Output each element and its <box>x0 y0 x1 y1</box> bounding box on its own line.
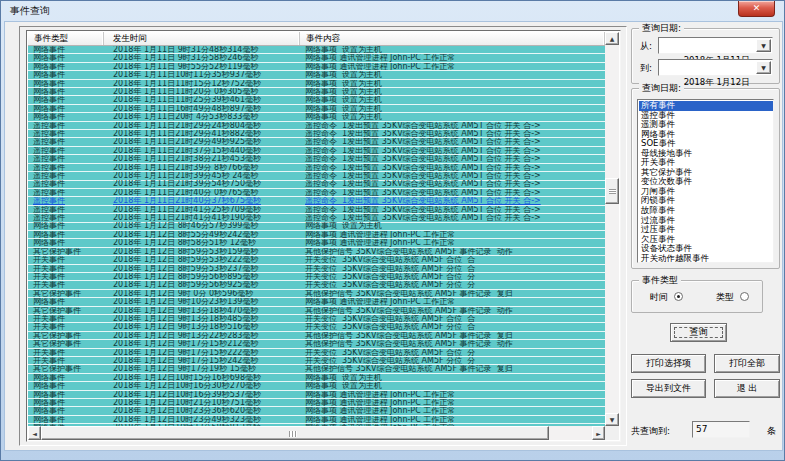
to-date-dropdown-icon[interactable]: ▼ <box>756 61 771 74</box>
filter-list-item[interactable]: 变位次数事件 <box>639 177 773 187</box>
filter-list-item[interactable]: 欠压事件 <box>639 235 773 245</box>
export-to-file-button[interactable]: 导出到文件 <box>631 379 706 398</box>
table-cell: 2018年 1月11日 9时55分52秒119毫秒 <box>104 63 300 71</box>
exit-button[interactable]: 退 出 <box>714 379 780 398</box>
table-row[interactable]: 遥控事件2018年 1月11日21时29分24秒804毫秒遥控命令 1发出预置 … <box>28 122 605 130</box>
table-row[interactable]: 开关事件2018年 1月12日 9时13分18秒516毫秒开关变位 35KV综合… <box>28 323 605 331</box>
table-row[interactable]: 遥控事件2018年 1月11日21时39分54秒750毫秒遥控命令 1发出预置 … <box>28 181 605 189</box>
filter-list-item[interactable]: 闭锁事件 <box>639 196 773 206</box>
table-row[interactable]: 其它保护事件2018年 1月12日 9时17分19秒 15毫秒其他保护信号 35… <box>28 365 605 373</box>
horizontal-scrollbar[interactable]: ◄ ► <box>28 426 605 440</box>
table-cell: 2018年 1月11日 9时31分48秒314毫秒 <box>104 46 300 53</box>
column-header-time[interactable]: 发生时间 <box>104 32 300 45</box>
horizontal-scrollbar-thumb[interactable] <box>41 426 549 440</box>
filter-list-item[interactable]: 故障事件 <box>639 206 773 216</box>
table-row[interactable]: 网络事件2018年 1月12日 8时55分49秒242毫秒网络事项 通讯管理进程… <box>28 231 605 239</box>
scroll-right-icon[interactable]: ► <box>592 426 605 440</box>
print-selected-button[interactable]: 打印选择项 <box>631 354 706 373</box>
table-row[interactable]: 开关事件2018年 1月12日 8时59分56秒925毫秒开关变位 35KV综合… <box>28 281 605 289</box>
table-row[interactable]: 网络事件2018年 1月12日10时16分39秒537毫秒网络事项 通讯管理进程… <box>28 391 605 399</box>
table-cell: 2018年 1月12日 9时10分23秒139毫秒 <box>104 298 300 306</box>
scroll-up-icon[interactable]: ▲ <box>605 32 619 45</box>
table-row[interactable]: 遥控事件2018年 1月11日21时41分25秒709毫秒遥控命令 1发出预置 … <box>28 206 605 214</box>
table-row[interactable]: 开关事件2018年 1月12日 8时59分53秒222毫秒开关变位 35KV综合… <box>28 256 605 264</box>
table-row[interactable]: 开关事件2018年 1月12日 9时13分18秒485毫秒开关变位 35KV综合… <box>28 315 605 323</box>
radio-option-type[interactable]: 类型 <box>716 292 749 304</box>
table-row[interactable]: 网络事件2018年 1月12日10时15分16秒698毫秒网络事项 设置为主机 <box>28 374 605 382</box>
table-row[interactable]: 网络事件2018年 1月12日10时21分10秒751毫秒网络事项 通讯管理进程… <box>28 399 605 407</box>
table-row[interactable]: 遥控事件2018年 1月11日21时39分 8秒766毫秒遥控命令 1发出预置 … <box>28 164 605 172</box>
scroll-left-icon[interactable]: ◄ <box>28 426 41 440</box>
table-cell: 网络事项 设置为主机 <box>300 88 605 96</box>
table-row[interactable]: 网络事件2018年 1月11日 9时31分48秒314毫秒网络事项 设置为主机 <box>28 46 605 54</box>
event-filter-listbox[interactable]: 所有事件遥控事件遥测事件网络事件SOE事件母线接地事件开关事件其它保护事件变位次… <box>637 99 774 263</box>
table-row[interactable]: 开关事件2018年 1月12日 9时17分15秒242毫秒开关变位 35KV综合… <box>28 357 605 365</box>
filter-list-item[interactable]: 母线接地事件 <box>639 149 773 159</box>
thumb-grip-icon <box>289 431 297 437</box>
table-row[interactable]: 网络事件2018年 1月12日10时23分36秒620毫秒网络事项 通讯管理进程… <box>28 407 605 415</box>
table-cell: 网络事件 <box>28 382 104 390</box>
table-row[interactable]: 其它保护事件2018年 1月12日 9时13分18秒470毫秒其他保护信号 35… <box>28 307 605 315</box>
table-cell: 网络事项 设置为主机 <box>300 96 605 104</box>
table-row[interactable]: 网络事件2018年 1月12日10时23分49秒323毫秒网络事项 通讯管理进程… <box>28 416 605 424</box>
filter-list-item[interactable]: 遥测事件 <box>639 120 773 130</box>
filter-list-item[interactable]: 刀闸事件 <box>639 187 773 197</box>
radio-option-time[interactable]: 时间 <box>650 292 683 304</box>
table-row[interactable]: 网络事件2018年 1月12日 8时58分51秒 12毫秒网络事项 通讯管理进程… <box>28 239 605 247</box>
table-row[interactable]: 遥控事件2018年 1月11日21时37分15秒440毫秒遥控命令 1发出预置 … <box>28 147 605 155</box>
table-row[interactable]: 其它保护事件2018年 1月12日 9时 0分 0秒596毫秒其他保护信号 35… <box>28 290 605 298</box>
filter-list-item[interactable]: 遥控事件 <box>639 111 773 121</box>
table-cell: 遥控事件 <box>28 155 104 163</box>
filter-list-item[interactable]: 过流事件 <box>639 216 773 226</box>
table-row[interactable]: 网络事件2018年 1月11日 9时31分58秒246毫秒网络事项 通讯管理进程… <box>28 54 605 62</box>
from-date-combobox[interactable]: 2018年 1月11日 ▼ <box>658 37 773 54</box>
query-button[interactable]: 查询 <box>670 323 727 342</box>
table-row[interactable]: 其它保护事件2018年 1月12日 9时17分15秒212毫秒其他保护信号 35… <box>28 340 605 348</box>
filter-list-item[interactable]: 所有事件 <box>639 101 773 111</box>
table-row[interactable]: 其它保护事件2018年 1月12日 9时13分22秒283毫秒其他保护信号 35… <box>28 332 605 340</box>
filter-list-item[interactable]: 过压事件 <box>639 225 773 235</box>
filter-list-item[interactable]: 开关事件 <box>639 158 773 168</box>
filter-list-item[interactable]: 网络事件 <box>639 130 773 140</box>
table-row[interactable]: 开关事件2018年 1月12日 9时17分15秒222毫秒开关变位 35KV综合… <box>28 349 605 357</box>
table-cell: 网络事项 通讯管理进程 John-PC 工作正常 <box>300 298 605 306</box>
vertical-scrollbar[interactable]: ▲ ▼ <box>605 32 619 426</box>
filter-list-item[interactable]: 设备状态事件 <box>639 244 773 254</box>
table-row[interactable]: 网络事件2018年 1月12日 8时46分57秒399毫秒网络事项 设置为主机 <box>28 223 605 231</box>
table-row[interactable]: 遥控事件2018年 1月11日21时40分37秒675毫秒遥控命令 1发出预置 … <box>28 197 605 205</box>
table-row[interactable]: 网络事件2018年 1月12日10时16分30秒270毫秒网络事项 设置为主机 <box>28 382 605 390</box>
table-row[interactable]: 网络事件2018年 1月11日10时11分35秒937毫秒网络事项 设置为主机 <box>28 71 605 79</box>
result-count-field[interactable]: 57 <box>692 421 750 438</box>
table-row[interactable]: 网络事件2018年 1月11日16时49分48秒897毫秒网络事项 设置为主机 <box>28 105 605 113</box>
table-row[interactable]: 遥控事件2018年 1月11日21时38分21秒453毫秒遥控命令 1发出预置 … <box>28 155 605 163</box>
titlebar[interactable]: 事件查询 <box>1 1 784 21</box>
table-row[interactable]: 其它保护事件2018年 1月12日 8时59分53秒159毫秒其他保护信号 35… <box>28 248 605 256</box>
close-button[interactable]: ✕ <box>738 1 775 17</box>
table-row[interactable]: 网络事件2018年 1月12日 9时10分23秒139毫秒网络事项 通讯管理进程… <box>28 298 605 306</box>
vertical-scrollbar-thumb[interactable] <box>605 178 619 204</box>
table-row[interactable]: 网络事件2018年 1月11日11时20分 0秒305毫秒网络事项 设置为主机 <box>28 88 605 96</box>
column-header-content[interactable]: 事件内容 <box>300 32 605 45</box>
table-row[interactable]: 网络事件2018年 1月11日 9时55分52秒119毫秒网络事项 通讯管理进程… <box>28 63 605 71</box>
radio-button-icon[interactable] <box>740 292 749 301</box>
to-date-combobox[interactable]: 2018年 1月12日 ▼ <box>658 59 773 76</box>
filter-list-item[interactable]: 其它保护事件 <box>639 168 773 178</box>
from-date-dropdown-icon[interactable]: ▼ <box>756 39 771 52</box>
table-row[interactable]: 开关事件2018年 1月12日 8时59分53秒237毫秒开关变位 35KV综合… <box>28 265 605 273</box>
print-all-button[interactable]: 打印全部 <box>714 354 780 373</box>
radio-button-icon[interactable] <box>674 292 683 301</box>
filter-list-item[interactable]: 开关动作越限事件 <box>639 254 773 263</box>
table-row[interactable]: 遥控事件2018年 1月11日21时29分41秒882毫秒遥控命令 1发出预置 … <box>28 130 605 138</box>
filter-list-item[interactable]: SOE事件 <box>639 139 773 149</box>
scroll-down-icon[interactable]: ▼ <box>605 413 619 426</box>
table-row[interactable]: 开关事件2018年 1月12日 8时59分56秒895毫秒开关变位 35KV综合… <box>28 273 605 281</box>
table-row[interactable]: 遥控事件2018年 1月11日21时39分45秒 24毫秒遥控命令 1发出预置 … <box>28 172 605 180</box>
table-cell: 遥控事件 <box>28 206 104 214</box>
table-row[interactable]: 网络事件2018年 1月11日11时25分39秒461毫秒网络事项 设置为主机 <box>28 96 605 104</box>
table-row[interactable]: 网络事件2018年 1月11日20时 4分53秒833毫秒网络事项 设置为主机 <box>28 113 605 121</box>
table-row[interactable]: 遥控事件2018年 1月11日21时40分 0秒765毫秒遥控命令 1发出预置 … <box>28 189 605 197</box>
table-row[interactable]: 遥控事件2018年 1月11日21时29分49秒925毫秒遥控命令 1发出预置 … <box>28 138 605 146</box>
table-row[interactable]: 遥控事件2018年 1月11日21时41分41秒190毫秒遥控命令 1发出预置 … <box>28 214 605 222</box>
column-header-event-type[interactable]: 事件类型 <box>28 32 104 45</box>
table-row[interactable]: 网络事件2018年 1月11日11时15分12秒752毫秒网络事项 设置为主机 <box>28 80 605 88</box>
